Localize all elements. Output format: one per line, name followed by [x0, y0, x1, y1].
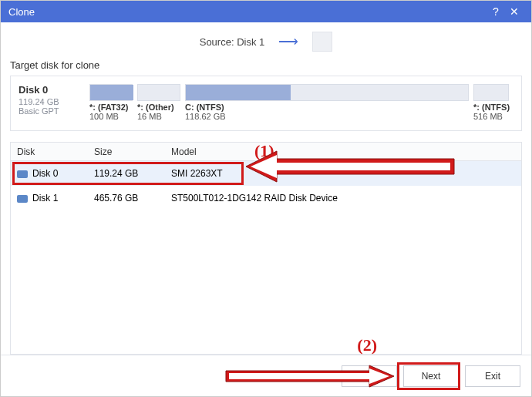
col-disk: Disk — [11, 146, 88, 157]
table-row[interactable]: Disk 0119.24 GBSMI 2263XT — [11, 161, 521, 186]
clone-window: Clone ? ✕ Source: Disk 1 ⟶ Target disk f… — [0, 0, 532, 397]
disk-map-type: Basic GPT — [19, 106, 83, 116]
partition-bar — [89, 84, 133, 101]
cell-model: ST500LT012-1DG142 RAID Disk Device — [165, 193, 521, 204]
cell-size: 119.24 GB — [88, 168, 165, 179]
partition-size: 16 MB — [137, 112, 180, 121]
source-label: Source: Disk 1 — [200, 36, 265, 48]
cell-disk: Disk 0 — [11, 168, 88, 179]
footer: Back Next Exit (2) — [1, 355, 531, 396]
col-model: Model — [165, 146, 521, 157]
disk-map-partitions: *: (FAT32)100 MB*: (Other)16 MBC: (NTFS)… — [89, 84, 513, 121]
partition[interactable]: *: (NTFS)516 MB — [473, 84, 509, 121]
disk-map-size: 119.24 GB — [19, 97, 83, 106]
exit-button[interactable]: Exit — [465, 365, 520, 387]
next-button[interactable]: Next — [403, 365, 459, 387]
cell-disk: Disk 1 — [11, 193, 88, 204]
window-title: Clone — [8, 6, 35, 18]
back-button[interactable]: Back — [342, 365, 397, 387]
col-size: Size — [88, 146, 165, 157]
source-row: Source: Disk 1 ⟶ — [10, 30, 522, 53]
partition-label: *: (Other) — [137, 103, 180, 112]
partition-bar — [137, 84, 180, 101]
table-body: Disk 0119.24 GBSMI 2263XTDisk 1465.76 GB… — [11, 161, 521, 210]
cell-size: 465.76 GB — [88, 193, 165, 204]
arrow-right-icon: ⟶ — [278, 33, 298, 50]
destination-placeholder — [312, 32, 332, 52]
partition-bar — [473, 84, 509, 101]
table-row[interactable]: Disk 1465.76 GBST500LT012-1DG142 RAID Di… — [11, 186, 521, 210]
table-header: Disk Size Model — [11, 143, 521, 161]
close-icon[interactable]: ✕ — [505, 5, 524, 18]
cell-model: SMI 2263XT — [165, 168, 521, 179]
partition[interactable]: *: (FAT32)100 MB — [89, 84, 133, 121]
partition-label: *: (NTFS) — [473, 103, 509, 112]
help-icon[interactable]: ? — [487, 5, 505, 18]
partition-bar — [185, 84, 469, 101]
partition-size: 100 MB — [89, 112, 133, 121]
disk-map-name: Disk 0 — [19, 84, 83, 96]
partition-size: 516 MB — [473, 112, 509, 121]
disk-table: Disk Size Model Disk 0119.24 GBSMI 2263X… — [10, 142, 522, 355]
partition-label: C: (NTFS) — [185, 103, 469, 112]
disk-icon — [17, 170, 28, 178]
body: Source: Disk 1 ⟶ Target disk for clone D… — [1, 22, 531, 355]
partition[interactable]: C: (NTFS)118.62 GB — [185, 84, 469, 121]
disk-map-info: Disk 0 119.24 GB Basic GPT — [19, 84, 83, 116]
partition-label: *: (FAT32) — [89, 103, 133, 112]
partition-size: 118.62 GB — [185, 112, 469, 121]
disk-icon — [17, 195, 28, 203]
target-label: Target disk for clone — [10, 59, 522, 71]
disk-map: Disk 0 119.24 GB Basic GPT *: (FAT32)100… — [10, 76, 522, 131]
titlebar: Clone ? ✕ — [1, 1, 531, 22]
partition[interactable]: *: (Other)16 MB — [137, 84, 180, 121]
